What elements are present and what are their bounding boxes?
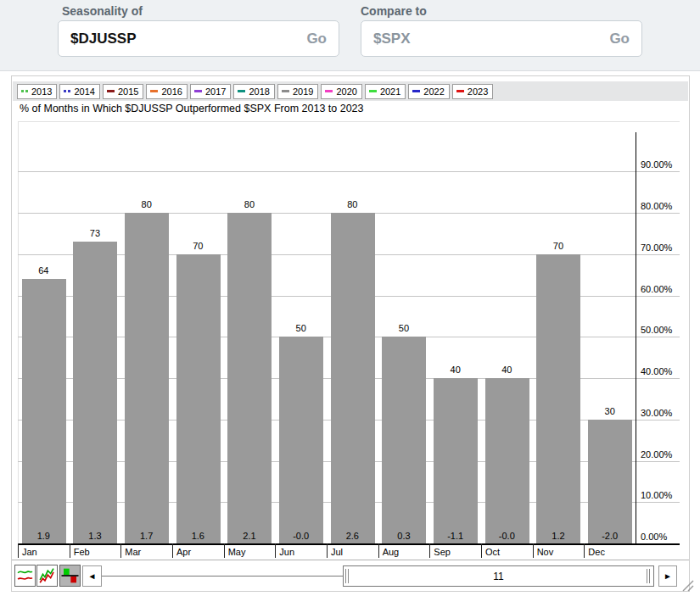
- bar-bottom-value-label: 1.6: [172, 531, 224, 541]
- compare-go-button[interactable]: Go: [609, 31, 630, 47]
- y-axis-tick-label: 10.00%: [641, 490, 672, 500]
- line-mode-button[interactable]: [14, 565, 36, 587]
- legend-year-2018[interactable]: 2018: [233, 84, 274, 99]
- month-tick: [18, 543, 19, 558]
- legend-marker-icon: [21, 90, 28, 92]
- legend-year-label: 2014: [74, 86, 94, 97]
- scroll-right-button[interactable]: ►: [658, 565, 677, 587]
- month-tick: [481, 543, 482, 558]
- legend-marker-icon: [369, 90, 377, 92]
- month-label-Apr: Apr: [176, 547, 228, 557]
- month-label-Jun: Jun: [279, 547, 331, 557]
- month-label-Dec: Dec: [588, 547, 640, 557]
- bar-Feb: [73, 242, 117, 543]
- bar-bottom-value-label: 1.3: [70, 531, 121, 541]
- bar-value-label: 73: [70, 228, 121, 238]
- y-axis-tick-label: 0.00%: [641, 532, 667, 542]
- bar-bottom-value-label: 2.6: [327, 531, 378, 541]
- legend-year-2019[interactable]: 2019: [277, 84, 318, 99]
- bar-value-label: 64: [18, 265, 70, 276]
- bar-bottom-value-label: 1.2: [533, 531, 585, 541]
- bar-value-label: 30: [584, 406, 636, 416]
- y-axis-tick-label: 40.00%: [641, 366, 672, 376]
- legend-year-label: 2013: [31, 86, 52, 97]
- seasonality-go-button[interactable]: Go: [306, 31, 327, 47]
- resize-grip-icon[interactable]: [680, 579, 695, 592]
- y-axis-tick-label: 60.00%: [641, 284, 672, 294]
- legend-year-label: 2019: [293, 86, 313, 97]
- legend-year-2023[interactable]: 2023: [452, 84, 493, 99]
- bar-Aug: [382, 337, 426, 543]
- month-label-Sep: Sep: [434, 547, 485, 557]
- legend-marker-icon: [150, 90, 158, 92]
- scroll-left-button[interactable]: ◄: [82, 565, 102, 587]
- histogram-mode-button[interactable]: [59, 565, 81, 587]
- month-tick: [172, 543, 173, 558]
- bar-Oct: [485, 378, 529, 543]
- legend-year-2014[interactable]: 2014: [59, 84, 99, 99]
- month-tick: [224, 543, 225, 558]
- month-label-Feb: Feb: [74, 547, 126, 557]
- y-axis-tick-label: 50.00%: [641, 325, 672, 335]
- compare-input-box[interactable]: Go: [361, 20, 642, 57]
- scrollbar-track[interactable]: [102, 576, 343, 577]
- compare-input[interactable]: [373, 31, 602, 47]
- plot-left-border: [18, 121, 19, 543]
- legend-year-2020[interactable]: 2020: [321, 84, 361, 99]
- bar-Mar: [125, 213, 169, 543]
- y-axis-tick-label: 30.00%: [641, 408, 672, 418]
- histogram-mode-icon: [61, 567, 79, 584]
- plot-top-border: [18, 121, 680, 122]
- bar-Dec: [588, 420, 632, 543]
- legend-marker-icon: [64, 90, 70, 92]
- bar-value-label: 40: [429, 365, 481, 375]
- scrollbar-thumb[interactable]: 11: [343, 565, 654, 587]
- bar-value-label: 80: [120, 199, 172, 209]
- bar-value-label: 80: [327, 199, 378, 209]
- bar-bottom-value-label: 1.7: [120, 531, 172, 541]
- year-legend: 2013201420152016201720182019202020212022…: [13, 81, 688, 101]
- price-line-mode-button[interactable]: [36, 565, 58, 587]
- line-mode-icon: [16, 567, 34, 584]
- legend-year-2013[interactable]: 2013: [17, 84, 57, 99]
- seasonality-input[interactable]: [70, 31, 300, 47]
- compare-to-label: Compare to: [361, 4, 427, 18]
- month-tick: [584, 543, 585, 558]
- bar-bottom-value-label: 0.3: [378, 531, 430, 541]
- scrollbar-thumb-label: 11: [493, 571, 503, 582]
- month-label-Nov: Nov: [537, 547, 589, 557]
- chart-title: % of Months in Which $DJUSSP Outperforme…: [20, 103, 364, 114]
- seasonality-input-box[interactable]: Go: [58, 20, 339, 57]
- y-axis-tick-label: 80.00%: [641, 201, 672, 211]
- legend-year-2021[interactable]: 2021: [365, 84, 406, 99]
- bar-bottom-value-label: 2.1: [224, 531, 276, 541]
- legend-year-2016[interactable]: 2016: [146, 84, 187, 99]
- thumb-grip-right: [647, 569, 652, 583]
- y-axis-tick-label: 70.00%: [641, 242, 672, 253]
- y-axis-line: [636, 132, 636, 543]
- month-tick: [275, 543, 276, 558]
- bar-value-label: 40: [481, 365, 533, 375]
- left-arrow-icon: ◄: [88, 571, 97, 581]
- bar-bottom-value-label: -0.0: [275, 531, 327, 541]
- month-label-Aug: Aug: [383, 547, 434, 557]
- legend-marker-icon: [456, 90, 464, 92]
- legend-year-label: 2016: [161, 86, 182, 97]
- bar-value-label: 50: [378, 323, 430, 333]
- month-label-May: May: [228, 547, 280, 557]
- legend-year-2017[interactable]: 2017: [190, 84, 231, 99]
- bar-Sep: [434, 378, 478, 543]
- bar-bottom-value-label: -2.0: [584, 531, 636, 541]
- legend-marker-icon: [194, 90, 202, 92]
- legend-year-2015[interactable]: 2015: [103, 84, 143, 99]
- header-bar: Seasonality of Go Compare to Go: [0, 0, 700, 71]
- month-tick: [429, 543, 430, 558]
- x-axis-line: [18, 543, 680, 545]
- legend-year-label: 2023: [468, 86, 488, 97]
- bar-Nov: [536, 254, 580, 543]
- thumb-grip-left: [345, 569, 350, 583]
- month-band-border: [12, 560, 689, 560]
- legend-year-label: 2017: [205, 86, 226, 97]
- legend-year-2022[interactable]: 2022: [408, 84, 449, 99]
- y-axis-tick-label: 90.00%: [641, 159, 672, 170]
